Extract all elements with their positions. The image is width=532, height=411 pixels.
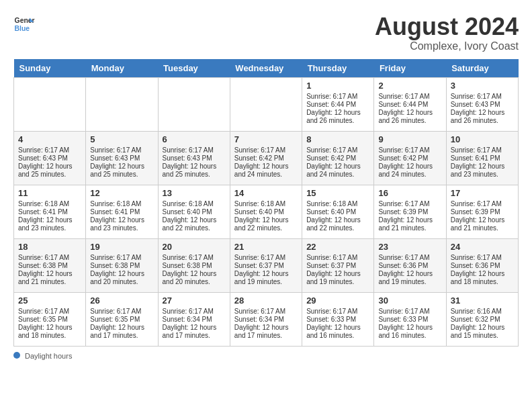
day-number: 3 bbox=[451, 81, 514, 91]
calendar-cell: 11Sunrise: 6:18 AM Sunset: 6:41 PM Dayli… bbox=[14, 185, 86, 238]
day-number: 29 bbox=[306, 295, 369, 306]
calendar-cell bbox=[14, 77, 86, 131]
col-header-monday: Monday bbox=[86, 59, 158, 78]
calendar-cell bbox=[230, 77, 302, 131]
calendar-cell: 26Sunrise: 6:17 AM Sunset: 6:35 PM Dayli… bbox=[86, 292, 158, 346]
day-info: Sunrise: 6:17 AM Sunset: 6:37 PM Dayligh… bbox=[306, 254, 361, 285]
month-year-title: August 2024 bbox=[375, 13, 519, 40]
day-info: Sunrise: 6:17 AM Sunset: 6:38 PM Dayligh… bbox=[163, 254, 217, 285]
calendar-cell: 18Sunrise: 6:17 AM Sunset: 6:38 PM Dayli… bbox=[14, 238, 86, 292]
day-info: Sunrise: 6:18 AM Sunset: 6:41 PM Dayligh… bbox=[18, 200, 73, 232]
calendar-cell: 17Sunrise: 6:17 AM Sunset: 6:39 PM Dayli… bbox=[446, 185, 518, 238]
calendar-cell: 14Sunrise: 6:18 AM Sunset: 6:40 PM Dayli… bbox=[230, 185, 302, 238]
svg-text:Blue: Blue bbox=[15, 25, 30, 32]
day-info: Sunrise: 6:17 AM Sunset: 6:42 PM Dayligh… bbox=[378, 146, 433, 178]
calendar-week-row: 1Sunrise: 6:17 AM Sunset: 6:44 PM Daylig… bbox=[14, 77, 519, 131]
day-info: Sunrise: 6:17 AM Sunset: 6:33 PM Dayligh… bbox=[378, 308, 433, 339]
day-info: Sunrise: 6:17 AM Sunset: 6:34 PM Dayligh… bbox=[234, 308, 289, 339]
calendar-week-row: 11Sunrise: 6:18 AM Sunset: 6:41 PM Dayli… bbox=[14, 185, 519, 238]
calendar-cell: 8Sunrise: 6:17 AM Sunset: 6:42 PM Daylig… bbox=[302, 131, 374, 185]
day-number: 28 bbox=[234, 295, 298, 306]
day-info: Sunrise: 6:17 AM Sunset: 6:41 PM Dayligh… bbox=[451, 146, 505, 178]
legend-dot bbox=[13, 352, 20, 359]
day-info: Sunrise: 6:17 AM Sunset: 6:42 PM Dayligh… bbox=[234, 146, 289, 178]
day-info: Sunrise: 6:18 AM Sunset: 6:40 PM Dayligh… bbox=[163, 200, 217, 232]
day-number: 9 bbox=[378, 134, 441, 144]
calendar-cell: 7Sunrise: 6:17 AM Sunset: 6:42 PM Daylig… bbox=[230, 131, 302, 185]
location-subtitle: Complexe, Ivory Coast bbox=[375, 40, 519, 52]
day-number: 8 bbox=[306, 134, 369, 144]
day-info: Sunrise: 6:17 AM Sunset: 6:43 PM Dayligh… bbox=[90, 146, 144, 178]
calendar-cell: 30Sunrise: 6:17 AM Sunset: 6:33 PM Dayli… bbox=[374, 292, 446, 346]
calendar-cell: 15Sunrise: 6:18 AM Sunset: 6:40 PM Dayli… bbox=[302, 185, 374, 238]
calendar-cell: 13Sunrise: 6:18 AM Sunset: 6:40 PM Dayli… bbox=[158, 185, 230, 238]
day-info: Sunrise: 6:18 AM Sunset: 6:40 PM Dayligh… bbox=[306, 200, 361, 232]
day-number: 1 bbox=[306, 81, 369, 91]
day-number: 15 bbox=[306, 188, 369, 198]
col-header-friday: Friday bbox=[374, 59, 446, 78]
day-info: Sunrise: 6:18 AM Sunset: 6:41 PM Dayligh… bbox=[90, 200, 144, 232]
col-header-sunday: Sunday bbox=[14, 59, 86, 78]
calendar-cell: 12Sunrise: 6:18 AM Sunset: 6:41 PM Dayli… bbox=[86, 185, 158, 238]
calendar-cell: 5Sunrise: 6:17 AM Sunset: 6:43 PM Daylig… bbox=[86, 131, 158, 185]
calendar-week-row: 4Sunrise: 6:17 AM Sunset: 6:43 PM Daylig… bbox=[14, 131, 519, 185]
day-number: 31 bbox=[451, 295, 514, 306]
day-number: 10 bbox=[451, 134, 514, 144]
legend: Daylight hours bbox=[13, 352, 519, 360]
day-number: 14 bbox=[234, 188, 298, 198]
calendar-cell: 6Sunrise: 6:17 AM Sunset: 6:43 PM Daylig… bbox=[158, 131, 230, 185]
logo-icon: General Blue bbox=[13, 13, 35, 35]
calendar-cell: 16Sunrise: 6:17 AM Sunset: 6:39 PM Dayli… bbox=[374, 185, 446, 238]
day-number: 24 bbox=[451, 242, 514, 252]
calendar-week-row: 18Sunrise: 6:17 AM Sunset: 6:38 PM Dayli… bbox=[14, 238, 519, 292]
day-info: Sunrise: 6:17 AM Sunset: 6:35 PM Dayligh… bbox=[18, 308, 73, 339]
calendar-cell: 1Sunrise: 6:17 AM Sunset: 6:44 PM Daylig… bbox=[302, 77, 374, 131]
calendar-cell: 25Sunrise: 6:17 AM Sunset: 6:35 PM Dayli… bbox=[14, 292, 86, 346]
calendar-cell: 28Sunrise: 6:17 AM Sunset: 6:34 PM Dayli… bbox=[230, 292, 302, 346]
day-number: 12 bbox=[90, 188, 153, 198]
title-area: August 2024 Complexe, Ivory Coast bbox=[375, 13, 519, 52]
calendar-cell: 9Sunrise: 6:17 AM Sunset: 6:42 PM Daylig… bbox=[374, 131, 446, 185]
day-number: 17 bbox=[451, 188, 514, 198]
day-number: 7 bbox=[234, 134, 298, 144]
day-info: Sunrise: 6:17 AM Sunset: 6:35 PM Dayligh… bbox=[90, 308, 144, 339]
day-number: 16 bbox=[378, 188, 441, 198]
logo: General Blue bbox=[13, 13, 35, 35]
calendar-cell: 22Sunrise: 6:17 AM Sunset: 6:37 PM Dayli… bbox=[302, 238, 374, 292]
calendar-cell: 4Sunrise: 6:17 AM Sunset: 6:43 PM Daylig… bbox=[14, 131, 86, 185]
day-number: 11 bbox=[18, 188, 81, 198]
calendar-header-row: SundayMondayTuesdayWednesdayThursdayFrid… bbox=[14, 59, 519, 78]
page-header: General Blue August 2024 Complexe, Ivory… bbox=[13, 13, 519, 52]
col-header-wednesday: Wednesday bbox=[230, 59, 302, 78]
day-info: Sunrise: 6:17 AM Sunset: 6:44 PM Dayligh… bbox=[378, 93, 433, 124]
col-header-tuesday: Tuesday bbox=[158, 59, 230, 78]
calendar-cell: 3Sunrise: 6:17 AM Sunset: 6:43 PM Daylig… bbox=[446, 77, 518, 131]
day-number: 4 bbox=[18, 134, 81, 144]
calendar-cell: 19Sunrise: 6:17 AM Sunset: 6:38 PM Dayli… bbox=[86, 238, 158, 292]
day-info: Sunrise: 6:17 AM Sunset: 6:36 PM Dayligh… bbox=[451, 254, 505, 285]
day-number: 22 bbox=[306, 242, 369, 252]
day-info: Sunrise: 6:17 AM Sunset: 6:39 PM Dayligh… bbox=[378, 200, 433, 232]
day-number: 6 bbox=[163, 134, 226, 144]
calendar-cell: 29Sunrise: 6:17 AM Sunset: 6:33 PM Dayli… bbox=[302, 292, 374, 346]
calendar-cell: 20Sunrise: 6:17 AM Sunset: 6:38 PM Dayli… bbox=[158, 238, 230, 292]
day-info: Sunrise: 6:18 AM Sunset: 6:40 PM Dayligh… bbox=[234, 200, 289, 232]
day-number: 18 bbox=[18, 242, 81, 252]
day-info: Sunrise: 6:17 AM Sunset: 6:37 PM Dayligh… bbox=[234, 254, 289, 285]
calendar-cell: 24Sunrise: 6:17 AM Sunset: 6:36 PM Dayli… bbox=[446, 238, 518, 292]
day-info: Sunrise: 6:17 AM Sunset: 6:39 PM Dayligh… bbox=[451, 200, 505, 232]
calendar-week-row: 25Sunrise: 6:17 AM Sunset: 6:35 PM Dayli… bbox=[14, 292, 519, 346]
day-number: 19 bbox=[90, 242, 153, 252]
day-number: 23 bbox=[378, 242, 441, 252]
day-info: Sunrise: 6:17 AM Sunset: 6:44 PM Dayligh… bbox=[306, 93, 361, 124]
day-info: Sunrise: 6:17 AM Sunset: 6:36 PM Dayligh… bbox=[378, 254, 433, 285]
day-number: 13 bbox=[163, 188, 226, 198]
day-number: 27 bbox=[163, 295, 226, 306]
day-number: 5 bbox=[90, 134, 153, 144]
day-info: Sunrise: 6:17 AM Sunset: 6:33 PM Dayligh… bbox=[306, 308, 361, 339]
day-number: 20 bbox=[163, 242, 226, 252]
col-header-thursday: Thursday bbox=[302, 59, 374, 78]
day-info: Sunrise: 6:17 AM Sunset: 6:43 PM Dayligh… bbox=[451, 93, 505, 124]
day-number: 21 bbox=[234, 242, 298, 252]
day-info: Sunrise: 6:17 AM Sunset: 6:42 PM Dayligh… bbox=[306, 146, 361, 178]
